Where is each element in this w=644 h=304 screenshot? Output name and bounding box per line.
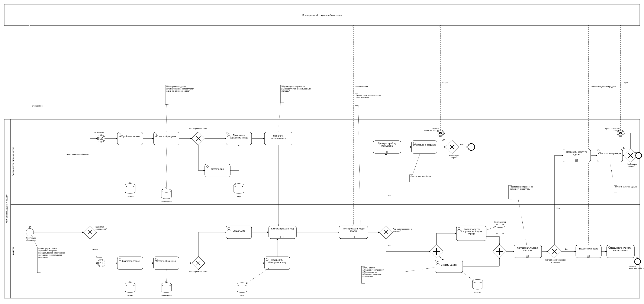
task-attach-bot-label: Прикрепить обращение к лиду [266,259,289,264]
svg-point-75 [634,259,640,265]
annotation-form-text: Если с формы сайта обращение тогда его п… [38,248,66,258]
lane-seller-title: Продавец [12,247,14,256]
annotation-call-lead-text: Звонок лиду для выяснения обстоятельств [356,94,386,98]
ds-contragents: Контрагенты [494,221,506,234]
ds-emails-label: Письма [127,195,134,198]
svg-point-17 [161,189,172,192]
svg-point-14 [125,184,135,187]
task-interest-label: Заинтересовать Лид в покупке [340,228,367,232]
svg-point-36 [161,283,172,286]
svg-point-7 [26,228,34,236]
task-offer-service: Предложить клиенту услуги сервиса [607,245,634,258]
task-report1-label: Отчитаться о проверке [413,144,436,146]
ds-leads-bot-label: Лиды [240,295,244,297]
ds-contragents-label: Контрагенты [494,221,506,223]
task-assign-label: Назначить ответственного [266,135,291,139]
task-attach-top: Прикрепить обращение к лиду [226,132,252,145]
task-process-email: Обработать письмо [117,132,143,145]
task-create-lead-top-label: Создать лид [206,168,229,170]
msg-request-label: Обращение [32,105,42,107]
ds-calls-label: Звонки [127,295,133,297]
gw-type-label: Какой тип обращения? [96,226,115,230]
event-end1 [468,144,475,150]
msg-survey1-label: Опрос [442,81,448,83]
svg-point-62 [495,224,505,228]
label-call-branch: Звонок [92,249,98,251]
task-create-deal-label: Создать Сделку [436,264,462,266]
label-yes-survey1: Да [442,138,445,141]
event-end-survey-label: Опрос о качестве работы [629,265,644,270]
event-email-label: Эл. письмо [94,131,104,134]
task-report2-label: Отчитаться о проверке [598,152,622,155]
bpmn-diagram: Потенциальный покупатель/покупатель Комп… [0,0,644,304]
svg-point-32 [125,283,135,286]
task-create-request-bot: Создать обращение [154,257,179,270]
svg-point-43 [237,283,247,286]
ds-requests-top-label: Обращения [161,201,172,203]
svg-point-57 [468,144,475,150]
svg-rect-83 [619,132,622,134]
label-yes-survey2: Да [623,147,625,149]
task-process-email-label: Обработать письмо [118,135,142,138]
task-create-request-top: Создать обращение [154,132,179,145]
task-change-status-label: Поменять статус Контрагента с Лид на Кли… [458,228,485,235]
task-check-mgr-label: Проверить работу менеджера [374,142,400,147]
label-yes1: Да [388,244,390,247]
svg-rect-4 [17,119,640,205]
lane-manager-title: Руководитель отдела продаж [12,147,14,176]
annotation-auto-text: Обращение создается автоматически и напр… [166,86,194,92]
task-offer-service-label: Предложить клиенту услуги сервиса [608,247,633,251]
event-survey1-label: Опрос о качестве работы [424,127,439,132]
task-interest: Заинтересовать Лид в покупке [339,226,368,239]
svg-point-24 [234,184,244,187]
gw-lead-interested-label: Лид заинтересован в покупке? [393,228,416,232]
msg-goods-label: Товар и документы продажи [591,86,616,88]
annotation-report2-text: Отчет в карточке Сделки [615,186,639,188]
svg-rect-56 [439,132,442,134]
msg-offers-label: Предложения [356,86,368,88]
ds-deals-label: Сделки [474,291,481,293]
ds-requests-top: Обращения [161,189,172,203]
task-report1: Отчитаться о проверке [412,141,437,153]
task-check-mgr: Проверить работу менеджера [373,141,401,153]
gw-need-survey1-label: Необходим опрос? [447,154,462,159]
gw-fromlead-bot-label: Обращение от лида? [189,271,209,273]
annotation-revolver-text: Внутри отдела обращения распределяются "… [282,86,311,92]
task-report2: Отчитаться о проверке [597,149,623,162]
msg-survey2-label: Опрос [623,81,628,83]
task-assign: Назначить ответственного [264,132,292,145]
task-create-request-bot-label: Создать обращение [154,260,178,262]
task-change-status: Поменять статус Контрагента с Лид на Кли… [456,226,486,241]
label-no-ship: Нет [556,207,560,209]
gw-need-survey2-label: Необходим опрос? [624,163,639,167]
event-call-label: Звонок [96,256,102,258]
pool-buyer-title: Потенциальный покупатель/покупатель [302,14,342,16]
event-survey2-label: Опрос о качестве работы [604,127,620,132]
pool-buyer: Потенциальный покупатель/покупатель [4,4,640,25]
label-no1: Нет [388,194,391,196]
ds-requests-bot: Обращения [161,283,172,297]
task-qualify: Квалифицировать Лид [269,226,296,239]
annotation-negotiation-text: Переговорный процесс до получения предоп… [510,186,538,190]
task-qualify-label: Квалифицировать Лид [270,228,295,230]
label-email-msg: Электронное сообщение [65,153,88,156]
gw-contract-interested-label: Контакт заинтересован в покупке [545,259,566,263]
label-no-survey2: Нет [634,152,638,154]
task-create-deal: Создать Сделку [435,260,463,273]
start-request-label: Поступило обращение [21,237,40,241]
task-process-call-label: Обработать звонок [118,260,142,262]
label-yes-ship: Да [565,248,568,250]
ds-requests-bot-label: Обращения [161,295,172,297]
task-check-deal: Проверить работу по сделке [563,149,591,162]
ds-leads-top-label: Лиды [236,195,242,198]
task-check-deal-label: Проверить работу по сделке [564,151,590,156]
gw-fromlead-top-label: Обращение от лида? [189,127,209,130]
task-create-lead-bot-label: Создать лид [227,230,250,232]
task-process-call: Обработать звонок [117,257,143,270]
svg-point-66 [472,280,483,283]
task-create-request-top-label: Создать обращение [154,135,178,138]
task-create-lead-top: Создать лид [205,164,230,177]
task-ship-label: Провести Отгрузку [577,248,600,250]
task-agree: Согласовать условия поставки [514,245,542,258]
annotation-deal-stages-text: Этапы сделки 1 Подбор оборудования 2 Про… [362,267,399,277]
